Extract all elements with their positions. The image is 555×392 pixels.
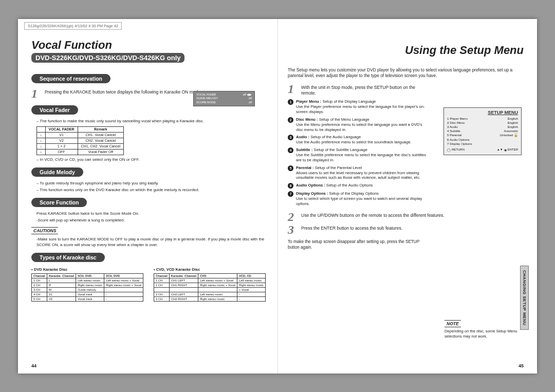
score-2: -Score will pop up whenever a song is co…: [36, 218, 267, 223]
r-step-2: Use the UP/DOWN buttons on the remote to…: [301, 212, 445, 223]
section-score: Score Function: [31, 198, 87, 207]
note-heading: NOTE: [445, 320, 461, 327]
section-types: Types of Karaoke disc: [31, 253, 105, 262]
setup-menu-box: SETUP MENU 1 Player MenuEnglish 2 Disc M…: [443, 107, 522, 155]
r-step-1: With the unit in Stop mode, press the SE…: [301, 84, 424, 96]
section-guide-melody: Guide Melody: [31, 167, 83, 177]
enter-icon: ◉: [504, 148, 507, 152]
cvd-karaoke-table: ChannelKaraoke -ChannelCVDVCD, CD 1 CHCH…: [154, 273, 266, 302]
circle-4-icon: 4: [288, 147, 293, 153]
r-closing: To make the setup screen disappear after…: [288, 239, 427, 250]
ktype-dvd: DVD Karaoke Disc: [31, 267, 143, 272]
osd-box: VOCAL FADERoff ◀▶ GUIDE MELODYoff SCORE …: [193, 91, 255, 106]
nav-icon: ▲▼: [497, 148, 503, 151]
circle-2-icon: 2: [288, 117, 293, 123]
vf-desc: – The function to make the music only so…: [36, 119, 267, 124]
note-block: NOTE Depending on the disc, some Setup M…: [445, 320, 522, 340]
left-title: Vocal Function: [31, 39, 267, 52]
step-1-text: Pressing the KARAOKE button twice displa…: [45, 88, 201, 100]
cautions-text: -Make sure to turn the KARAOKE MODE to O…: [36, 237, 267, 248]
right-intro: The Setup menu lets you customize your D…: [288, 67, 524, 79]
page-number-right: 45: [519, 363, 524, 368]
gm-2: – This function works only on the DVD Ka…: [36, 188, 267, 193]
return-icon: ◯: [447, 148, 451, 152]
page-number-left: 44: [31, 363, 36, 368]
circle-3-icon: 3: [288, 135, 293, 140]
circle-5-icon: 5: [288, 165, 293, 171]
page-right: Using the Setup Menu The Setup menu lets…: [278, 19, 537, 374]
circle-7-icon: 7: [288, 191, 293, 197]
score-1: Press KARAOKE button twice to turn the S…: [36, 211, 267, 217]
cautions-heading: CAUTIONS: [31, 227, 58, 234]
r-step-num-3: 3: [288, 225, 297, 236]
setup-item-list: 1Player Menu : Setup of the Display Lang…: [288, 99, 427, 207]
section-seq: Sequence of reservation: [31, 74, 110, 83]
vocal-fader-table: VOCAL FADER Remark ↓V1CH1. Vocal Cancel …: [36, 126, 124, 155]
section-vocal-fader: Vocal Fader: [31, 105, 78, 115]
gm-1: – To guide melody through xylophone and …: [36, 181, 267, 186]
circle-1-icon: 1: [288, 99, 293, 105]
left-subtitle: DVD-S226KG/DVD-S326KG/DVD-S426KG only: [31, 53, 184, 63]
circle-6-icon: 6: [288, 183, 293, 189]
page-spread: S126g/226/326K/426K(gb) 4/13/02 4:30 PM …: [18, 19, 537, 374]
vf-note: – In VCD, CVD or CD, you can select only…: [36, 157, 267, 163]
r-step-3: Press the ENTER button to access the sub…: [301, 225, 402, 236]
setup-menu-title: SETUP MENU: [447, 110, 518, 115]
note-text: Depending on the disc, some Setup Menu s…: [445, 329, 522, 340]
dvd-karaoke-table: ChannelKaraoke -Channel5CH. DVD2CH. DVD …: [31, 273, 143, 302]
ktype-cvd: CVD, VCD Karaoke Disc: [154, 267, 266, 272]
r-step-num-1: 1: [288, 84, 297, 96]
page-left: Vocal Function DVD-S226KG/DVD-S326KG/DVD…: [18, 19, 278, 374]
right-title: Using the Setup Menu: [288, 44, 524, 57]
r-step-num-2: 2: [288, 212, 297, 223]
step-num-1: 1: [31, 88, 41, 100]
